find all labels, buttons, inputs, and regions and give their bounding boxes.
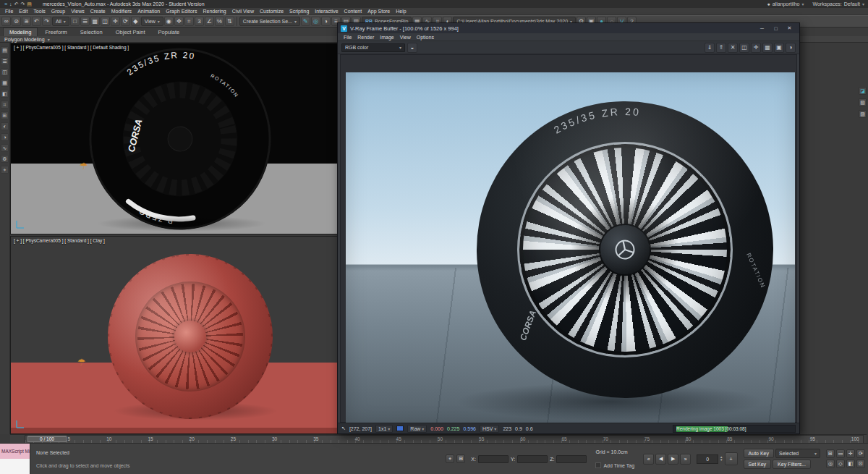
- create-selection-set-dropdown[interactable]: Create Selection Se... ▾: [239, 17, 300, 26]
- redo-icon[interactable]: ↷: [42, 17, 51, 26]
- dome-light-icon[interactable]: ☂: [80, 162, 88, 171]
- display-panel-icon[interactable]: ▦: [1, 79, 9, 87]
- ribbon-tab[interactable]: Object Paint: [110, 28, 151, 36]
- command-panel-tab-icon[interactable]: ◪: [859, 87, 867, 95]
- curve-tool-icon[interactable]: ∿: [1, 144, 9, 152]
- minimize-button[interactable]: ─: [755, 23, 769, 33]
- angle-snap-icon[interactable]: ∠: [205, 17, 214, 26]
- view-channel-icon[interactable]: ◒: [407, 43, 417, 53]
- orbit-view-icon[interactable]: ⟳: [856, 449, 865, 458]
- select-and-link-icon[interactable]: ∞: [1, 17, 11, 26]
- zoom-region-icon[interactable]: ▭: [836, 449, 845, 458]
- ribbon-tab[interactable]: Modeling: [3, 27, 38, 36]
- unlink-selection-icon[interactable]: ⊘: [12, 17, 21, 26]
- time-slider-handle[interactable]: 0 / 100: [27, 436, 67, 442]
- set-keys-button[interactable]: +: [725, 452, 738, 465]
- use-pivot-center-icon[interactable]: ◉: [164, 17, 174, 26]
- raw-dropdown[interactable]: Raw ▾: [407, 425, 427, 433]
- edit-named-selection-sets-icon[interactable]: ✎: [301, 17, 310, 26]
- modify-tab-icon[interactable]: ▧: [859, 98, 867, 106]
- menu-item[interactable]: Modifiers: [109, 9, 135, 14]
- channel-select[interactable]: RGB color ▾: [341, 43, 405, 52]
- menu-item[interactable]: Graph Editors: [163, 9, 200, 14]
- freeze-toggle-icon[interactable]: ◧: [1, 90, 9, 98]
- spinner-snap-icon[interactable]: ⇅: [225, 17, 234, 26]
- project-folder-icon[interactable]: ▤: [26, 1, 33, 7]
- y-coordinate-field[interactable]: [517, 455, 548, 463]
- select-object-icon[interactable]: □: [70, 17, 80, 26]
- rectangular-selection-region-icon[interactable]: ▦: [90, 17, 100, 26]
- rendered-image[interactable]: 235/35 ZR 20 ROTATION CORSA: [346, 72, 795, 427]
- selection-set-dropdown[interactable]: Selected ▾: [775, 449, 820, 458]
- menu-item[interactable]: App Store: [365, 9, 393, 14]
- select-and-move-icon[interactable]: ✛: [111, 17, 120, 26]
- vfb-menu-item[interactable]: View: [397, 35, 414, 40]
- layer-explorer-icon[interactable]: ☰: [1, 57, 9, 65]
- maxscript-listener-pink[interactable]: MAXScript Mi: [0, 444, 30, 459]
- keyboard-shortcut-override-icon[interactable]: ⌗: [184, 17, 194, 26]
- selection-filter-dropdown[interactable]: All ▾: [52, 17, 69, 26]
- zoom-all-icon[interactable]: ⊡: [856, 460, 865, 468]
- close-button[interactable]: ✕: [783, 23, 796, 33]
- maxscript-mini-listener[interactable]: MAXScript Mi: [0, 444, 30, 474]
- select-and-rotate-icon[interactable]: ⟳: [121, 17, 130, 26]
- vfb-menu-item[interactable]: Render: [354, 35, 377, 40]
- menu-item[interactable]: Create: [88, 9, 109, 14]
- snap-grid-icon[interactable]: ⊞: [1, 111, 9, 119]
- menu-item[interactable]: Scripting: [286, 9, 312, 14]
- redo-quick-icon[interactable]: ↷: [20, 1, 25, 7]
- zoom-extents-icon[interactable]: ⊞: [826, 449, 835, 458]
- previous-frame-button[interactable]: ◀: [655, 454, 666, 465]
- select-by-name-icon[interactable]: ☰: [80, 17, 90, 26]
- menu-item[interactable]: File: [2, 9, 16, 14]
- settings-icon[interactable]: ⚙: [1, 155, 9, 163]
- center-icon[interactable]: ⌖: [1, 166, 9, 174]
- grid-toggle-icon[interactable]: ⌗: [1, 101, 9, 109]
- duplicate-buffer-icon[interactable]: ◫: [739, 43, 749, 53]
- viewport-layout-icon[interactable]: ◫: [1, 68, 9, 76]
- play-button[interactable]: ▶: [668, 454, 678, 465]
- x-coordinate-field[interactable]: [478, 455, 509, 463]
- hierarchy-tab-icon[interactable]: ▨: [859, 110, 867, 118]
- selection-lock-toggle-icon[interactable]: ⌖: [446, 454, 454, 463]
- key-filters-button[interactable]: Key Filters...: [773, 460, 811, 469]
- viewport-default-shading[interactable]: [ + ] [ PhysCamera005 ] [ Standard ] [ D…: [10, 43, 338, 234]
- menu-item[interactable]: Group: [48, 9, 68, 14]
- pan-view-icon[interactable]: ✛: [846, 449, 855, 458]
- hsv-dropdown[interactable]: HSV ▾: [480, 425, 499, 433]
- stamp-icon[interactable]: ▣: [774, 43, 784, 53]
- scene-explorer-icon[interactable]: ▤: [1, 46, 9, 54]
- vfb-menu-item[interactable]: Options: [414, 35, 437, 40]
- menu-item[interactable]: Customize: [257, 9, 286, 14]
- ribbon-tab[interactable]: Selection: [75, 28, 109, 36]
- signin-user[interactable]: ● allanportilho ▾: [767, 1, 804, 7]
- menu-item[interactable]: Interactive: [312, 9, 341, 14]
- menu-item[interactable]: Content: [341, 9, 365, 14]
- workspaces-dropdown[interactable]: Workspaces: Default ▾: [812, 1, 864, 7]
- frame-spinner[interactable]: ▲▼: [720, 456, 723, 462]
- dome-light-icon[interactable]: ☂: [77, 358, 86, 367]
- zoom-dropdown[interactable]: 1x1 ▾: [375, 425, 393, 433]
- menu-item[interactable]: Rendering: [200, 9, 229, 14]
- track-mouse-icon[interactable]: ✛: [751, 43, 761, 53]
- add-time-tag[interactable]: Add Time Tag: [595, 462, 634, 468]
- menu-item[interactable]: Civil View: [229, 9, 257, 14]
- menu-item[interactable]: Views: [68, 9, 88, 14]
- menu-item[interactable]: Tools: [30, 9, 48, 14]
- load-image-icon[interactable]: ⇑: [716, 43, 726, 53]
- auto-key-button[interactable]: Auto Key: [744, 449, 774, 458]
- clear-image-icon[interactable]: ✕: [728, 43, 738, 53]
- viewport-label[interactable]: [ + ] [ PhysCamera005 ] [ Standard ] [ C…: [14, 238, 105, 243]
- xview-icon[interactable]: ◑: [1, 133, 9, 141]
- color-corrections-icon[interactable]: ◑: [786, 43, 796, 53]
- save-image-icon[interactable]: ⇓: [705, 43, 715, 53]
- z-coordinate-field[interactable]: [556, 455, 587, 463]
- chevron-down-icon[interactable]: ▾: [48, 37, 50, 42]
- mirror-icon[interactable]: ◑: [321, 17, 331, 26]
- current-frame-field[interactable]: 0: [697, 454, 718, 464]
- reference-coordinate-dropdown[interactable]: View ▾: [141, 17, 163, 26]
- field-of-view-icon[interactable]: ◇: [836, 460, 845, 468]
- menu-item[interactable]: Edit: [16, 9, 30, 14]
- save-icon[interactable]: ↓: [9, 1, 13, 7]
- go-to-start-button[interactable]: «: [643, 454, 654, 465]
